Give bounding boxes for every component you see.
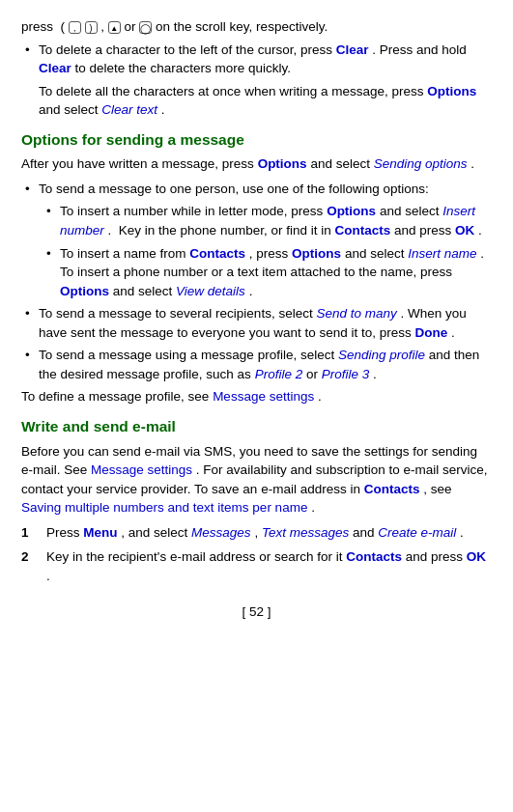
- link-options-1: Options: [427, 84, 476, 98]
- section1-list: To send a message to one person, use one…: [21, 180, 492, 384]
- link-options-3: Options: [327, 204, 376, 218]
- link-create-email: Create e-mail: [378, 525, 456, 540]
- link-contacts-2: Contacts: [189, 246, 245, 261]
- link-text-messages: Text messages: [262, 525, 349, 540]
- step-1-number: 1: [21, 523, 43, 543]
- link-contacts-4: Contacts: [346, 549, 402, 564]
- page-content: press ( , ) , ▲ or ◯ on the scroll key, …: [21, 17, 492, 622]
- link-options-5: Options: [60, 284, 109, 298]
- link-view-details: View details: [176, 284, 245, 298]
- step-1-content: Press Menu , and select Messages , Text …: [46, 523, 492, 543]
- page-footer: [ 52 ]: [21, 602, 492, 622]
- key-icons: ( , ) , ▲ or ◯ on the scroll key, respec…: [57, 19, 328, 34]
- clear-note: To delete all the characters at once whe…: [39, 82, 492, 120]
- step-2-content: Key in the recipient's e-mail address or…: [46, 547, 492, 585]
- link-messages: Messages: [191, 525, 251, 540]
- link-options-2: Options: [258, 156, 307, 171]
- section-heading-options: Options for sending a message: [21, 129, 492, 151]
- bullet-clear: To delete a character to the left of the…: [21, 41, 492, 120]
- section-email: Write and send e-mail Before you can sen…: [21, 416, 492, 585]
- link-message-settings-2: Message settings: [91, 462, 192, 477]
- bullet-one-person: To send a message to one person, use one…: [21, 180, 492, 300]
- link-sending-options: Sending options: [374, 156, 468, 171]
- link-done: Done: [414, 325, 447, 340]
- section-heading-email: Write and send e-mail: [21, 416, 492, 437]
- sub-bullet-insert-number: To insert a number while in letter mode,…: [39, 202, 492, 239]
- step-1-row: 1 Press Menu , and select Messages , Tex…: [21, 523, 492, 543]
- link-clear-1: Clear: [336, 42, 369, 57]
- link-clear-2: Clear: [39, 61, 71, 75]
- link-message-settings-1: Message settings: [213, 389, 314, 404]
- link-send-to-many: Send to many: [316, 306, 396, 321]
- step-2-row: 2 Key in the recipient's e-mail address …: [21, 547, 492, 585]
- bullet-several: To send a message to several recipients,…: [21, 304, 492, 342]
- link-options-4: Options: [292, 246, 341, 261]
- link-ok-2: OK: [467, 549, 486, 564]
- step-2-number: 2: [21, 547, 43, 585]
- intro-bullet-list: To delete a character to the left of the…: [21, 41, 492, 120]
- intro-text: press: [21, 19, 53, 34]
- intro-line: press ( , ) , ▲ or ◯ on the scroll key, …: [21, 17, 492, 37]
- section-options: Options for sending a message After you …: [21, 129, 492, 406]
- page-number: [ 52 ]: [242, 604, 271, 619]
- link-sending-profile: Sending profile: [338, 348, 425, 362]
- section1-intro: After you have written a message, press …: [21, 154, 492, 174]
- link-menu: Menu: [83, 525, 117, 540]
- link-contacts-1: Contacts: [334, 223, 390, 238]
- link-profile-2: Profile 2: [255, 367, 303, 381]
- link-profile-3: Profile 3: [322, 367, 370, 381]
- link-saving-numbers: Saving multiple numbers and text items p…: [21, 500, 307, 515]
- section1-footer: To define a message profile, see Message…: [21, 387, 492, 406]
- sub-list-1: To insert a number while in letter mode,…: [39, 202, 492, 300]
- sub-bullet-insert-name: To insert a name from Contacts , press O…: [39, 244, 492, 301]
- bullet-profile: To send a message using a message profil…: [21, 346, 492, 383]
- link-ok-1: OK: [455, 223, 474, 238]
- link-contacts-3: Contacts: [364, 482, 420, 496]
- link-clear-text: Clear text: [101, 102, 157, 117]
- section2-intro: Before you can send e-mail via SMS, you …: [21, 442, 492, 518]
- link-insert-name: Insert name: [408, 246, 476, 261]
